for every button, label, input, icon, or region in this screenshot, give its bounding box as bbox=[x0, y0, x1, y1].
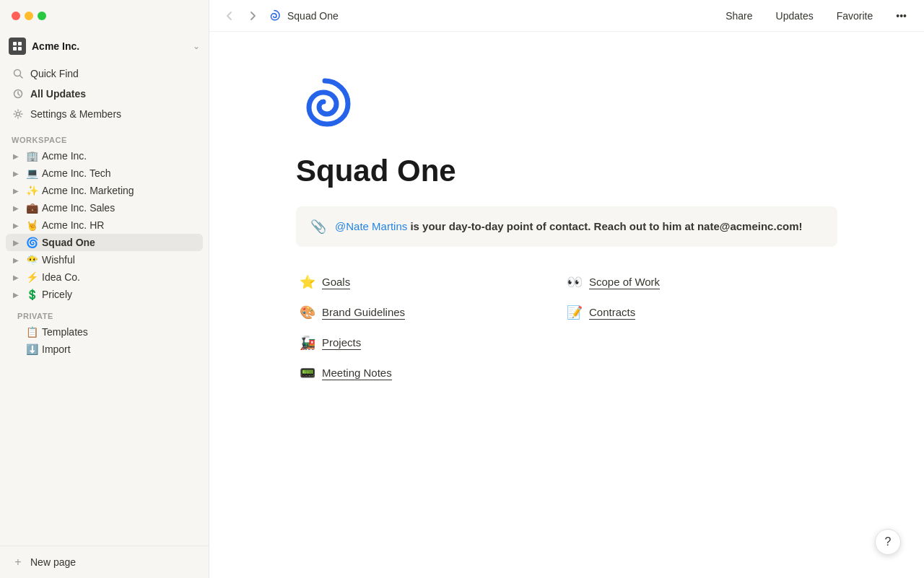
callout-box: 📎 @Nate Martins is your day-to-day point… bbox=[296, 206, 837, 247]
tree-item-icon: 🤘 bbox=[25, 219, 39, 231]
help-button[interactable]: ? bbox=[875, 529, 901, 555]
svg-rect-0 bbox=[13, 42, 17, 45]
sidebar-item-squad-one[interactable]: ▶ 🌀 Squad One bbox=[6, 234, 203, 251]
link-projects[interactable]: 🚂 Projects bbox=[296, 330, 534, 355]
chevron-right-icon: ▶ bbox=[10, 271, 22, 283]
search-icon bbox=[12, 67, 25, 80]
forward-button[interactable] bbox=[244, 7, 261, 25]
more-button[interactable]: ••• bbox=[890, 7, 912, 25]
chevron-right-icon: ▶ bbox=[10, 237, 22, 248]
sidebar-item-acme-sales[interactable]: ▶ 💼 Acme Inc. Sales bbox=[6, 199, 203, 216]
sidebar-item-idea-co[interactable]: ▶ ⚡ Idea Co. bbox=[6, 268, 203, 286]
brand-icon: 🎨 bbox=[299, 305, 316, 320]
tree-item-label: Idea Co. bbox=[42, 271, 199, 283]
chevron-right-icon: ▶ bbox=[10, 219, 22, 231]
contracts-label: Contracts bbox=[589, 306, 635, 320]
clock-icon bbox=[12, 87, 25, 100]
back-button[interactable] bbox=[221, 7, 238, 25]
sidebar-item-quick-find[interactable]: Quick Find bbox=[6, 64, 203, 84]
tree-item-label: Wishful bbox=[42, 254, 199, 266]
sidebar-item-acme-tech[interactable]: ▶ 💻 Acme Inc. Tech bbox=[6, 165, 203, 182]
maximize-button[interactable] bbox=[38, 12, 46, 20]
sidebar: Acme Inc. ⌄ Quick Find All Updates bbox=[0, 0, 209, 578]
tree-item-icon: 💼 bbox=[25, 202, 39, 214]
breadcrumb-title: Squad One bbox=[287, 10, 339, 22]
meeting-notes-label: Meeting Notes bbox=[322, 367, 392, 380]
sidebar-bottom: + New page bbox=[0, 546, 209, 578]
import-icon: ⬇️ bbox=[25, 343, 39, 355]
svg-rect-1 bbox=[18, 42, 22, 45]
chevron-right-icon: ▶ bbox=[10, 202, 22, 214]
topbar-left: Squad One bbox=[221, 7, 339, 25]
chevron-right-icon: ▶ bbox=[10, 185, 22, 196]
sidebar-item-settings[interactable]: Settings & Members bbox=[6, 104, 203, 124]
minimize-button[interactable] bbox=[25, 12, 33, 20]
sidebar-item-pricely[interactable]: ▶ 💲 Pricely bbox=[6, 286, 203, 303]
projects-label: Projects bbox=[322, 336, 361, 350]
tree-item-label: Acme Inc. Marketing bbox=[42, 185, 199, 196]
brand-label: Brand Guidelines bbox=[322, 306, 405, 320]
link-brand-guidelines[interactable]: 🎨 Brand Guidelines bbox=[296, 300, 534, 325]
share-button[interactable]: Share bbox=[720, 7, 758, 25]
tree-item-label: Pricely bbox=[42, 289, 199, 300]
meeting-notes-icon: 📟 bbox=[299, 365, 316, 381]
close-button[interactable] bbox=[12, 12, 20, 20]
svg-rect-2 bbox=[13, 47, 17, 51]
traffic-lights bbox=[12, 12, 46, 20]
chevron-down-icon: ⌄ bbox=[193, 41, 200, 51]
sidebar-item-acme-hr[interactable]: ▶ 🤘 Acme Inc. HR bbox=[6, 216, 203, 234]
callout-icon: 📎 bbox=[310, 219, 326, 235]
tree-item-label: Acme Inc. HR bbox=[42, 219, 199, 231]
sidebar-item-all-updates[interactable]: All Updates bbox=[6, 84, 203, 104]
templates-icon: 📋 bbox=[25, 326, 39, 338]
content-area: Squad One 📎 @Nate Martins is your day-to… bbox=[209, 32, 924, 578]
callout-text: @Nate Martins is your day-to-day point o… bbox=[335, 218, 802, 235]
workspace-items: ▶ 🏢 Acme Inc. ▶ 💻 Acme Inc. Tech ▶ ✨ Acm… bbox=[0, 147, 209, 546]
tree-item-label: Acme Inc. bbox=[42, 150, 199, 162]
svg-rect-3 bbox=[18, 47, 22, 51]
link-meeting-notes[interactable]: 📟 Meeting Notes bbox=[296, 361, 534, 385]
updates-button[interactable]: Updates bbox=[770, 7, 819, 25]
templates-label: Templates bbox=[42, 326, 199, 338]
plus-icon: + bbox=[12, 556, 25, 569]
goals-icon: ⭐ bbox=[299, 274, 316, 290]
tree-item-icon: ⚡ bbox=[25, 271, 39, 283]
tree-item-icon: 😶‍🌫️ bbox=[25, 254, 39, 266]
workspace-header[interactable]: Acme Inc. ⌄ bbox=[0, 32, 209, 61]
link-goals[interactable]: ⭐ Goals bbox=[296, 270, 534, 294]
breadcrumb-page-icon bbox=[267, 9, 282, 23]
all-updates-label: All Updates bbox=[30, 88, 86, 100]
new-page-button[interactable]: + New page bbox=[6, 552, 203, 572]
favorite-button[interactable]: Favorite bbox=[831, 7, 879, 25]
sidebar-item-templates[interactable]: 📋 Templates bbox=[6, 323, 203, 341]
main-content: Squad One Share Updates Favorite ••• Squ… bbox=[209, 0, 924, 578]
links-grid: ⭐ Goals 👀 Scope of Work 🎨 Brand Guidelin… bbox=[296, 270, 801, 385]
tree-item-icon: 🌀 bbox=[25, 237, 39, 248]
chevron-right-icon: ▶ bbox=[10, 254, 22, 266]
scope-label: Scope of Work bbox=[589, 276, 660, 289]
sidebar-item-acme-marketing[interactable]: ▶ ✨ Acme Inc. Marketing bbox=[6, 182, 203, 199]
link-contracts[interactable]: 📝 Contracts bbox=[563, 300, 801, 325]
callout-text-content: is your day-to-day point of contact. Rea… bbox=[410, 220, 802, 232]
topbar: Squad One Share Updates Favorite ••• bbox=[209, 0, 924, 32]
workspace-icon bbox=[9, 38, 26, 55]
workspace-name: Acme Inc. bbox=[32, 40, 187, 52]
settings-label: Settings & Members bbox=[30, 108, 121, 120]
chevron-right-icon: ▶ bbox=[10, 167, 22, 179]
sidebar-item-acme-inc[interactable]: ▶ 🏢 Acme Inc. bbox=[6, 147, 203, 165]
tree-item-icon: 💻 bbox=[25, 167, 39, 179]
tree-item-label: Acme Inc. Tech bbox=[42, 167, 199, 179]
projects-icon: 🚂 bbox=[299, 335, 316, 351]
svg-point-7 bbox=[17, 113, 20, 116]
chevron-right-icon: ▶ bbox=[10, 150, 22, 162]
spacer bbox=[10, 326, 22, 338]
tree-item-icon: 💲 bbox=[25, 289, 39, 300]
link-scope-of-work[interactable]: 👀 Scope of Work bbox=[563, 270, 801, 294]
tree-item-icon: ✨ bbox=[25, 185, 39, 196]
sidebar-item-wishful[interactable]: ▶ 😶‍🌫️ Wishful bbox=[6, 251, 203, 268]
new-page-label: New page bbox=[30, 556, 76, 568]
goals-label: Goals bbox=[322, 276, 350, 289]
sidebar-item-import[interactable]: ⬇️ Import bbox=[6, 341, 203, 358]
scope-icon: 👀 bbox=[566, 274, 583, 290]
callout-mention: @Nate Martins bbox=[335, 220, 407, 232]
